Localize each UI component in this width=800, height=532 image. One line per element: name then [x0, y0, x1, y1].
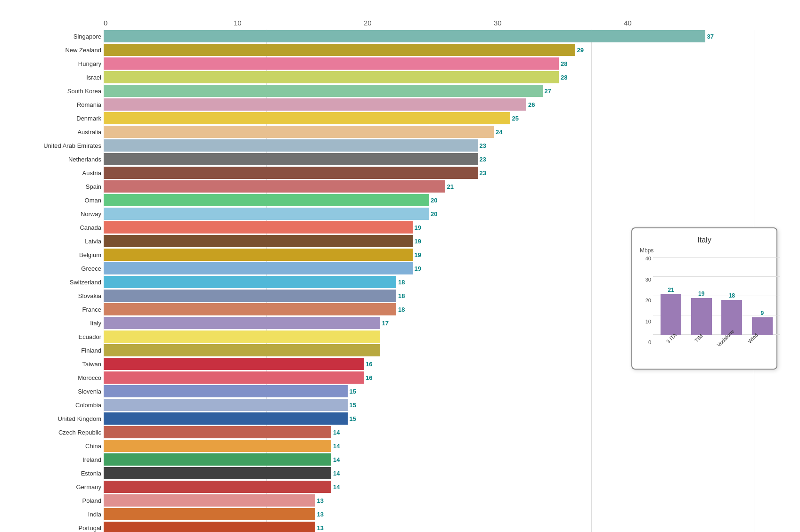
country-label: Taiwan — [2, 361, 101, 368]
bar-row: Singapore37 — [104, 30, 754, 43]
bar-wrap: 23 — [104, 139, 754, 152]
bar-row: South Korea27 — [104, 84, 754, 97]
bar — [104, 180, 445, 193]
tooltip-bar-col: 19 — [688, 258, 715, 335]
bar-value: 15 — [350, 415, 356, 422]
bar-wrap: 29 — [104, 44, 754, 56]
bar — [104, 30, 705, 42]
bar-row: Australia24 — [104, 125, 754, 138]
bar-value: 13 — [317, 511, 324, 518]
bar-row: Austria23 — [104, 166, 754, 179]
bar — [104, 467, 331, 479]
bar — [104, 303, 396, 315]
x-axis-labels: 010203040 — [104, 19, 754, 27]
country-label: France — [2, 306, 101, 313]
bar-wrap: 23 — [104, 153, 754, 165]
bar-value: 19 — [415, 251, 421, 258]
country-label: China — [2, 443, 101, 450]
bar — [104, 508, 315, 520]
x-axis-label: 40 — [624, 19, 754, 27]
bar — [104, 317, 380, 329]
bar — [104, 440, 331, 452]
bar-wrap: 21 — [104, 180, 754, 193]
country-label: Hungary — [2, 60, 101, 67]
bar — [104, 57, 559, 70]
bar-wrap: 28 — [104, 57, 754, 70]
x-axis-label: 20 — [364, 19, 494, 27]
bar-row: United Arab Emirates23 — [104, 139, 754, 152]
country-label: Slovakia — [2, 292, 101, 299]
bar-wrap: 15 — [104, 399, 754, 411]
bar-value: 13 — [317, 497, 324, 504]
bar — [104, 494, 315, 507]
bar-value: 18 — [398, 292, 405, 299]
country-label: New Zealand — [2, 47, 101, 54]
country-label: Israel — [2, 74, 101, 81]
chart-container: 010203040 Singapore37New Zealand29Hungar… — [0, 0, 800, 532]
bar — [104, 344, 380, 356]
bar-value: 21 — [447, 183, 454, 190]
country-label: United Arab Emirates — [2, 142, 101, 149]
bar-wrap: 37 — [104, 30, 754, 42]
bar-wrap: 24 — [104, 126, 754, 138]
bar-value: 37 — [707, 33, 714, 40]
bar-wrap: 14 — [104, 467, 754, 479]
bar — [104, 358, 364, 370]
country-label: India — [2, 511, 101, 518]
tooltip-bar-value: 19 — [698, 290, 704, 297]
country-label: Portugal — [2, 524, 101, 532]
bar — [104, 412, 348, 425]
bar-value: 27 — [545, 88, 551, 95]
country-label: Germany — [2, 484, 101, 491]
bar-wrap: 28 — [104, 71, 754, 83]
country-label: Ecuador — [2, 333, 101, 340]
bar-value: 15 — [350, 402, 356, 409]
bar — [104, 522, 315, 532]
bar — [104, 290, 396, 302]
bar — [104, 481, 331, 493]
country-label: Czech Republic — [2, 429, 101, 436]
tooltip-title: Italy — [640, 236, 769, 244]
bar — [104, 139, 478, 152]
tooltip-bar — [691, 298, 712, 335]
bar-row: Oman20 — [104, 193, 754, 207]
bar-row: China14 — [104, 439, 754, 452]
bar-wrap: 20 — [104, 208, 754, 220]
bar-row: Estonia14 — [104, 467, 754, 480]
bar — [104, 453, 331, 466]
country-label: Oman — [2, 197, 101, 204]
tooltip-bar-value: 21 — [668, 287, 674, 293]
bar-value: 19 — [415, 265, 421, 272]
bar — [104, 276, 396, 288]
bar-value: 19 — [415, 238, 421, 245]
bar — [104, 262, 413, 274]
tooltip-y-label: Mbps — [640, 247, 769, 254]
bar-row: Israel28 — [104, 71, 754, 84]
bar-wrap: 14 — [104, 481, 754, 493]
bar-value: 15 — [350, 388, 356, 395]
x-axis-label: 0 — [104, 19, 234, 27]
tooltip-bar-col: 18 — [718, 258, 745, 335]
bar-wrap: 15 — [104, 385, 754, 397]
bar-row: Germany14 — [104, 480, 754, 493]
bar-value: 29 — [577, 47, 584, 54]
tooltip-y-tick: 10 — [640, 319, 653, 324]
bar — [104, 153, 478, 165]
bar — [104, 98, 526, 111]
bar-row: New Zealand29 — [104, 43, 754, 56]
country-label: Finland — [2, 347, 101, 354]
bar-wrap: 14 — [104, 440, 754, 452]
country-label: United Kingdom — [2, 415, 101, 422]
tooltip-bar-col: 21 — [658, 258, 685, 335]
bar-row: India13 — [104, 508, 754, 521]
country-label: Switzerland — [2, 279, 101, 286]
bar-row: Ireland14 — [104, 453, 754, 466]
x-axis-label: 30 — [494, 19, 624, 27]
bar-row: Czech Republic14 — [104, 426, 754, 439]
country-label: Latvia — [2, 238, 101, 245]
x-axis-label: 10 — [234, 19, 364, 27]
country-label: Australia — [2, 129, 101, 136]
bar-wrap: 14 — [104, 453, 754, 466]
bar-value: 23 — [480, 142, 486, 149]
bar-wrap: 14 — [104, 426, 754, 438]
